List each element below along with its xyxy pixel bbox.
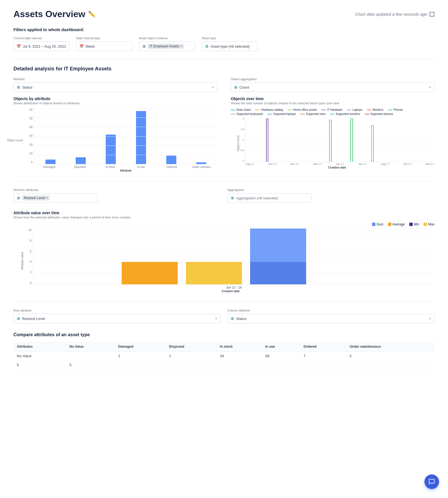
- chevron-down-col: ▼: [429, 317, 431, 320]
- filter-icon-numeric: ⚙️: [17, 196, 20, 200]
- col-header-no-value: No Value: [66, 342, 115, 352]
- objects-over-time-legend: Desk chairs Hardware catalog Home office…: [231, 108, 435, 116]
- page-title: Assets Overview: [13, 9, 85, 19]
- col-attribute-label: Column attribute: [227, 309, 435, 312]
- col-header-attributes: Attributes: [13, 342, 66, 352]
- row-col-row: Row attribute ⚙️ Restock Level ▼ Column …: [13, 309, 435, 323]
- filter-asset-schema-input[interactable]: ⚙️ IT Employee Assets ×: [139, 42, 195, 51]
- x-tick-jun: Jun 12 - 18: [33, 286, 435, 289]
- expand-icon[interactable]: [429, 12, 435, 17]
- filters-row: Current date interval 📅 Jul 9, 2021 – Au…: [13, 36, 435, 51]
- aggregation-filter-group: Aggregation ⚙️ Aggregation (All selected…: [227, 188, 435, 203]
- cell-nv-nv: [66, 352, 115, 361]
- attribute-label: Attribute: [13, 77, 217, 81]
- compare-table: Attributes No Value Damaged Disposed In …: [13, 342, 435, 370]
- y-axis-label-attr-val: Attribute value: [21, 252, 24, 270]
- filter-asset-type-label: Asset type: [202, 36, 258, 40]
- page-container: Assets Overview ✏️ Chart data updated a …: [0, 0, 448, 379]
- detailed-section-title: Detailed analysis for IT Employee Assets: [13, 66, 435, 72]
- objects-over-time-chart-area: Object count 2 1.5 1 0.5 0: [231, 117, 435, 169]
- y-axis-label-attr: Object count: [7, 139, 23, 142]
- x-label-in-stock: In stock: [95, 165, 125, 169]
- col-header-disposed: Disposed: [166, 342, 217, 352]
- aggregation-dropdown[interactable]: ⚙️ Count ▼: [231, 82, 435, 92]
- objects-by-attribute-section: Objects by attribute Shows distribution …: [13, 96, 217, 172]
- filter-asset-schema: Asset object schema ⚙️ IT Employee Asset…: [139, 36, 195, 51]
- filter-icon-agg: ⚙️: [234, 86, 238, 89]
- legend-sup-phones: Supported phones: [365, 112, 393, 116]
- legend-max-box: [424, 223, 427, 226]
- legend-max: Max: [424, 222, 435, 226]
- x-label-in-use: In use: [126, 165, 156, 169]
- filter-date-interval-input[interactable]: 📅 Jul 9, 2021 – Aug 25, 2022: [13, 42, 70, 51]
- numeric-agg-row: Numeric attributes ⚙️ Restock Level × Ag…: [13, 188, 435, 203]
- table-header-row: Attributes No Value Damaged Disposed In …: [13, 342, 435, 352]
- cell-5-under-maint: [346, 361, 435, 370]
- row-attr-5: 5: [13, 361, 66, 370]
- legend-laptops: Laptops: [347, 108, 362, 111]
- legend-average: Average: [388, 222, 405, 226]
- cell-nv-in-stock: 34: [217, 352, 262, 361]
- legend-sum: Sum: [372, 222, 384, 226]
- cell-5-disposed: [166, 361, 217, 370]
- legend-sup-laptops: Supported laptops: [267, 112, 296, 116]
- filter-date-interval-label: Current date interval: [13, 36, 70, 40]
- legend-sup-monitors: Supported monitors: [330, 112, 360, 116]
- bar-max[interactable]: [186, 262, 242, 284]
- col-header-in-use: In use: [262, 342, 300, 352]
- attribute-dropdown[interactable]: ⚙️ Status ▼: [13, 82, 217, 92]
- x-ticks-time: Aug 1-7 Oct 1-7 Dec 1-7 Feb 1-7 Apr 1-7 …: [245, 163, 435, 165]
- x-axis-label-attr-val: Creation date: [27, 290, 435, 293]
- row-attribute-dropdown[interactable]: ⚙️ Restock Level ▼: [13, 314, 221, 323]
- legend-sup-mice: Supported mice: [300, 112, 325, 116]
- bar-sum[interactable]: [250, 229, 306, 284]
- calendar-icon: 📅: [17, 44, 21, 49]
- filter-date-type-input[interactable]: 📅 Week: [76, 42, 132, 51]
- cell-5-nv: 5: [66, 361, 115, 370]
- tag-close-icon[interactable]: ×: [180, 44, 182, 48]
- charts-row: Objects by attribute Shows distribution …: [13, 96, 435, 172]
- legend-phones: Phones: [388, 108, 403, 111]
- col-header-damaged: Damaged: [115, 342, 166, 352]
- page-title-group: Assets Overview ✏️: [13, 9, 96, 19]
- x-axis-label-attr: Attribute: [34, 169, 217, 172]
- legend-min-box: [409, 223, 413, 226]
- attr-value-chart-area: Attribute value 10 8 6 4 2 0: [13, 229, 435, 293]
- objects-over-time-subtitle: Shows the total number of objects create…: [231, 102, 435, 105]
- filter-icon-agg2: ⚙️: [230, 196, 234, 200]
- aggregation-filter-label: Aggregation: [227, 188, 435, 192]
- filter-icon: ⚙️: [142, 45, 146, 48]
- bar-average[interactable]: [122, 262, 178, 284]
- row-attribute-label: Row attribute: [13, 309, 221, 312]
- objects-by-attr-chart: Object count 60 50 40 30 20 10 0: [13, 108, 217, 172]
- table-row: 5 5: [13, 361, 435, 370]
- filters-title: Filters applied to whole dashboard:: [13, 27, 435, 32]
- legend-hw-catalog: Hardware catalog: [255, 108, 283, 111]
- col-header-ordered: Ordered: [300, 342, 346, 352]
- objects-over-time-header: Objects over time Shows the total number…: [231, 96, 435, 105]
- numeric-attributes-group: Numeric attributes ⚙️ Restock Level ×: [13, 188, 221, 203]
- attr-value-subtitle: Shows how the selected attributes' value…: [13, 216, 435, 219]
- cell-5-in-stock: [217, 361, 262, 370]
- attr-value-legend: Sum Average Min Max: [13, 222, 435, 226]
- edit-icon[interactable]: ✏️: [88, 11, 96, 18]
- aggregation-label: Object aggregation: [231, 77, 435, 81]
- divider-1: [13, 59, 435, 59]
- filter-asset-type-input[interactable]: ⚙️ Asset type (All selected): [202, 42, 258, 51]
- restock-level-tag[interactable]: Restock Level ×: [22, 195, 50, 200]
- legend-sum-box: [372, 223, 375, 226]
- filter-asset-schema-label: Asset object schema: [139, 36, 195, 40]
- col-attribute-dropdown[interactable]: ⚙️ Status ▼: [227, 314, 435, 323]
- row-attr-no-value: No Value: [13, 352, 66, 361]
- filter-date-interval: Current date interval 📅 Jul 9, 2021 – Au…: [13, 36, 70, 51]
- x-label-damaged: Damaged: [34, 165, 64, 169]
- asset-schema-tag[interactable]: IT Employee Assets ×: [148, 44, 184, 49]
- aggregation-filter-input[interactable]: ⚙️ Aggregation (All selected): [227, 193, 311, 203]
- x-label-under-maint: Under mainten...: [187, 165, 217, 169]
- objects-over-time-title: Objects over time: [231, 96, 435, 101]
- attr-value-chart-section: Attribute value over time Shows how the …: [13, 211, 435, 293]
- numeric-attributes-input[interactable]: ⚙️ Restock Level ×: [13, 193, 98, 203]
- restock-tag-close-icon[interactable]: ×: [46, 196, 48, 200]
- filter-icon-2: ⚙️: [205, 45, 209, 48]
- cell-nv-damaged: 1: [115, 352, 166, 361]
